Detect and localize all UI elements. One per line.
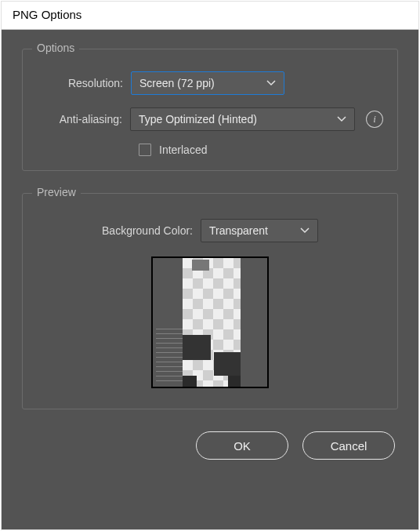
preview-thumbnail-wrap (37, 256, 383, 388)
chevron-down-icon (266, 80, 276, 86)
png-options-dialog: PNG Options Options Resolution: Screen (… (1, 1, 419, 530)
dialog-titlebar: PNG Options (2, 2, 418, 30)
antialias-select[interactable]: Type Optimized (Hinted) (130, 107, 355, 131)
interlaced-row: Interlaced (139, 144, 383, 156)
dialog-footer: OK Cancel (22, 431, 398, 460)
bgcolor-row: Background Color: Transparent (37, 219, 383, 242)
chevron-down-icon (300, 227, 310, 234)
interlaced-label: Interlaced (159, 144, 207, 156)
ok-button-label: OK (234, 439, 251, 453)
preview-thumbnail (151, 256, 269, 388)
antialias-value: Type Optimized (Hinted) (139, 113, 257, 125)
preview-art (228, 376, 241, 388)
preview-group-title: Preview (32, 186, 81, 198)
options-group-title: Options (32, 42, 79, 54)
resolution-row: Resolution: Screen (72 ppi) (37, 71, 383, 95)
bgcolor-select[interactable]: Transparent (201, 219, 318, 242)
cancel-button[interactable]: Cancel (302, 431, 395, 460)
info-icon[interactable]: i (366, 111, 383, 128)
bgcolor-label: Background Color: (102, 224, 201, 237)
preview-group: Preview Background Color: Transparent (22, 193, 398, 409)
resolution-select[interactable]: Screen (72 ppi) (131, 71, 284, 95)
preview-art (183, 376, 197, 388)
antialias-row: Anti-aliasing: Type Optimized (Hinted) i (37, 107, 383, 131)
cancel-button-label: Cancel (331, 439, 368, 453)
interlaced-checkbox[interactable] (139, 144, 151, 156)
resolution-label: Resolution: (37, 77, 131, 89)
chevron-down-icon (337, 116, 346, 122)
dialog-body: Options Resolution: Screen (72 ppi) Anti… (2, 30, 418, 529)
ok-button[interactable]: OK (196, 431, 288, 460)
preview-art (214, 352, 241, 376)
preview-art (183, 335, 211, 360)
resolution-value: Screen (72 ppi) (139, 77, 215, 89)
preview-art (192, 260, 209, 271)
antialias-label: Anti-aliasing: (37, 113, 130, 125)
bgcolor-value: Transparent (209, 224, 268, 237)
preview-art-lines (156, 329, 183, 384)
options-group: Options Resolution: Screen (72 ppi) Anti… (22, 49, 398, 171)
dialog-title: PNG Options (13, 8, 81, 21)
